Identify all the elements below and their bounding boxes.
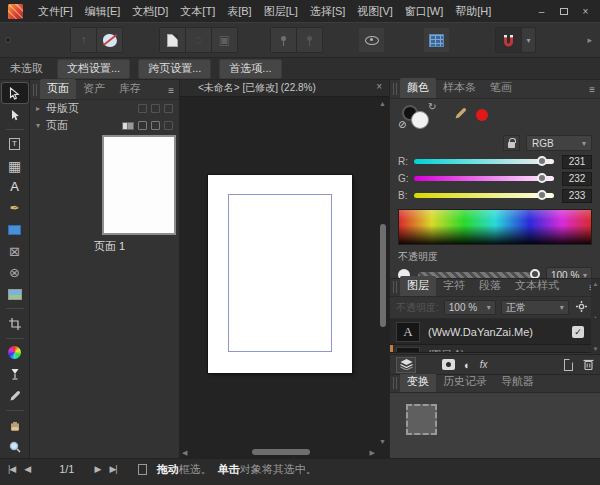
artistic-text-tool[interactable]: A (2, 177, 28, 197)
menu-layer[interactable]: 图层[L] (258, 0, 304, 22)
layers-mini-scrollbar[interactable]: ▲ • ▼ (591, 279, 600, 354)
no-fill-icon[interactable]: ⊘ (398, 119, 406, 130)
scroll-up-icon[interactable]: ▲ (593, 281, 599, 287)
blue-slider[interactable] (414, 193, 554, 198)
red-value[interactable]: 231 (562, 155, 592, 169)
tab-text-styles[interactable]: 文本样式 (508, 276, 566, 296)
photo-persona-button[interactable] (22, 38, 26, 42)
swap-colors-icon[interactable]: ↺ (428, 101, 436, 112)
master-pages-row[interactable]: ▸ 母版页 (30, 100, 179, 117)
delete-layer-button[interactable] (583, 358, 594, 372)
tab-stock[interactable]: 库存 (112, 79, 148, 99)
menu-edit[interactable]: 编辑[E] (79, 0, 126, 22)
preview-mode-button[interactable] (359, 28, 384, 52)
blend-mode-select[interactable]: 正常 ▾ (501, 300, 569, 315)
slider-knob[interactable] (537, 173, 547, 183)
spread-setup-button[interactable]: 跨页设置... (138, 59, 211, 79)
tab-stroke[interactable]: 笔画 (483, 78, 519, 98)
horizontal-scroll-thumb[interactable] (252, 449, 310, 455)
horizontal-scrollbar[interactable]: ◀ ▶ (182, 448, 375, 457)
anchor-selector[interactable] (406, 404, 437, 435)
expand-closed-icon[interactable]: ▸ (36, 104, 46, 113)
red-slider[interactable] (414, 159, 554, 164)
color-mode-select[interactable]: RGB ▾ (526, 135, 592, 151)
layers-stack-button[interactable] (396, 357, 416, 373)
mask-layer-icon[interactable] (442, 359, 455, 370)
slider-knob[interactable] (537, 156, 547, 166)
spread-icon[interactable] (122, 122, 134, 130)
document-tab[interactable]: <未命名> [已修改] (22.8%) (180, 81, 316, 95)
first-page-button[interactable]: |◀ (8, 464, 15, 474)
rectangle-tool[interactable] (2, 220, 28, 240)
layer-effects-button[interactable]: fx (480, 359, 488, 370)
green-value[interactable]: 232 (562, 172, 592, 186)
canvas[interactable]: ▲ ▼ ◀ ▶ (180, 97, 389, 458)
expand-open-icon[interactable]: ▾ (36, 121, 46, 130)
color-picker-icon[interactable] (454, 107, 467, 122)
baseline-grid-button[interactable] (424, 28, 449, 52)
scroll-up-icon[interactable]: ▲ (379, 99, 386, 108)
pen-tool[interactable]: ✒ (2, 198, 28, 218)
new-layer-icon[interactable] (564, 359, 573, 371)
tab-transform[interactable]: 变换 (400, 372, 436, 392)
adjustment-layer-icon[interactable]: ◐ (464, 359, 471, 371)
tab-color[interactable]: 颜色 (400, 78, 436, 98)
tab-navigator[interactable]: 导航器 (494, 372, 541, 392)
document-page[interactable] (208, 175, 352, 373)
insert-behind-button[interactable] (297, 28, 322, 52)
layer-opacity-select[interactable]: 100 % ▾ (444, 300, 496, 315)
layer-row-text[interactable]: A (WwW.DaYanZai.Me) ✓ (390, 319, 600, 345)
panel-grip[interactable] (393, 281, 397, 293)
fill-stroke-selector[interactable]: ⊘ ↺ (402, 105, 438, 131)
snapping-options-button[interactable]: ▾ (522, 28, 535, 52)
prev-page-button[interactable]: ◀ (24, 464, 30, 474)
blue-value[interactable]: 233 (562, 189, 592, 203)
zoom-tool[interactable] (2, 436, 28, 456)
menu-view[interactable]: 视图[V] (351, 0, 398, 22)
blend-options-button[interactable] (576, 301, 587, 314)
layer-row-partial[interactable]: (图层 A) (390, 345, 600, 353)
snapping-button[interactable] (496, 28, 521, 52)
color-picker-tool[interactable] (2, 386, 28, 406)
panel-grip[interactable] (33, 84, 37, 96)
rotate-view-button[interactable]: ◌ (186, 28, 211, 52)
scroll-down-icon[interactable]: ▼ (379, 437, 386, 446)
tab-assets[interactable]: 资产 (76, 79, 112, 99)
move-tool[interactable] (2, 83, 28, 103)
insert-inside-button[interactable] (271, 28, 296, 52)
picture-frame-ellipse-tool[interactable]: ⊗ (2, 262, 28, 282)
lock-button[interactable] (503, 135, 520, 151)
duplicate-page-icon[interactable] (151, 121, 160, 130)
publisher-persona-button[interactable] (6, 38, 10, 42)
scroll-right-icon[interactable]: ▶ (370, 448, 375, 457)
tab-pages[interactable]: 页面 (40, 79, 76, 99)
slider-knob[interactable] (537, 190, 547, 200)
tab-paragraph[interactable]: 段落 (472, 276, 508, 296)
add-page-icon[interactable] (138, 104, 147, 113)
add-page-icon[interactable] (138, 121, 147, 130)
document-close-icon[interactable]: × (376, 81, 382, 92)
gradient-tool[interactable] (2, 343, 28, 363)
vertical-scrollbar[interactable]: ▲ ▼ (378, 99, 387, 446)
node-tool[interactable] (2, 104, 28, 124)
green-slider[interactable] (414, 176, 554, 181)
last-page-button[interactable]: ▶| (109, 464, 116, 474)
panel-grip[interactable] (393, 83, 397, 95)
menu-help[interactable]: 帮助[H] (449, 0, 497, 22)
page-1-thumbnail[interactable] (102, 135, 176, 235)
vertical-scroll-thumb[interactable] (380, 224, 386, 327)
duplicate-page-icon[interactable] (151, 104, 160, 113)
view-tool[interactable] (2, 415, 28, 435)
tab-character[interactable]: 字符 (436, 276, 472, 296)
toolbar-overflow-button[interactable]: ▸ (587, 35, 594, 45)
layer-visibility-checkbox[interactable]: ✓ (572, 326, 584, 338)
menu-window[interactable]: 窗口[W] (399, 0, 450, 22)
preferences-button[interactable]: 首选项... (219, 59, 281, 79)
color-spectrum[interactable] (398, 209, 592, 245)
transparency-tool[interactable] (2, 364, 28, 384)
menu-document[interactable]: 文档[D] (126, 0, 174, 22)
close-button[interactable]: × (576, 3, 595, 19)
next-page-button[interactable]: ▶ (94, 464, 100, 474)
tab-history[interactable]: 历史记录 (436, 372, 494, 392)
panel-menu-icon[interactable]: ≡ (163, 85, 179, 99)
